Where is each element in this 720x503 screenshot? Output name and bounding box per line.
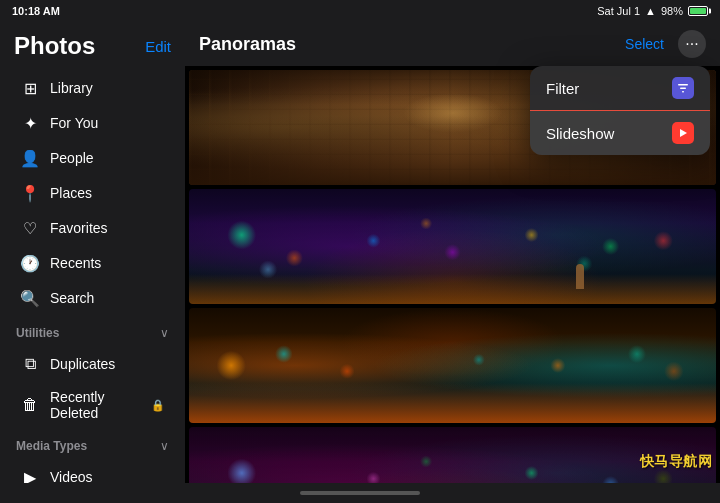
sidebar-item-label: Videos bbox=[50, 469, 93, 483]
top-bar-actions: Select ··· bbox=[625, 30, 706, 58]
filter-label: Filter bbox=[546, 80, 579, 97]
utilities-label: Utilities bbox=[16, 326, 59, 340]
sidebar-item-label: For You bbox=[50, 115, 98, 131]
trash-icon: 🗑 bbox=[20, 395, 40, 415]
status-right: Sat Jul 1 ▲ 98% bbox=[597, 5, 708, 17]
status-date: Sat Jul 1 bbox=[597, 5, 640, 17]
more-options-button[interactable]: ··· bbox=[678, 30, 706, 58]
media-types-section: ▶ Videos 🤳 Selfies ◉ Portrait ⊙ Panorama… bbox=[0, 459, 185, 483]
people-icon: 👤 bbox=[20, 148, 40, 168]
content-title: Panoramas bbox=[199, 34, 625, 55]
sidebar-item-label: People bbox=[50, 150, 94, 166]
lock-icon: 🔒 bbox=[151, 399, 165, 412]
sidebar-item-label: Recents bbox=[50, 255, 101, 271]
panorama-bridge3[interactable] bbox=[189, 427, 716, 483]
app-container: Photos Edit ⊞ Library ✦ For You 👤 People… bbox=[0, 22, 720, 483]
search-icon: 🔍 bbox=[20, 288, 40, 308]
sidebar-item-favorites[interactable]: ♡ Favorites bbox=[6, 211, 179, 245]
sidebar-title: Photos bbox=[14, 32, 95, 60]
svg-marker-3 bbox=[680, 129, 687, 137]
media-types-chevron-icon[interactable]: ∨ bbox=[160, 439, 169, 453]
top-bar: Panoramas Select ··· bbox=[185, 22, 720, 66]
utilities-section: ⧉ Duplicates 🗑 Recently Deleted 🔒 bbox=[0, 346, 185, 429]
edit-button[interactable]: Edit bbox=[145, 38, 171, 55]
sidebar-item-library[interactable]: ⊞ Library bbox=[6, 71, 179, 105]
sidebar-item-recents[interactable]: 🕐 Recents bbox=[6, 246, 179, 280]
svg-rect-1 bbox=[680, 88, 686, 90]
places-icon: 📍 bbox=[20, 183, 40, 203]
main-nav-section: ⊞ Library ✦ For You 👤 People 📍 Places ♡ … bbox=[0, 70, 185, 316]
sidebar-item-label: Duplicates bbox=[50, 356, 115, 372]
for-you-icon: ✦ bbox=[20, 113, 40, 133]
duplicates-icon: ⧉ bbox=[20, 354, 40, 374]
sidebar-header: Photos Edit bbox=[0, 22, 185, 66]
sidebar-item-label: Favorites bbox=[50, 220, 108, 236]
slideshow-icon bbox=[672, 122, 694, 144]
utilities-section-header: Utilities ∨ bbox=[0, 316, 185, 342]
battery-label: 98% bbox=[661, 5, 683, 17]
svg-rect-0 bbox=[678, 84, 688, 86]
sidebar-item-places[interactable]: 📍 Places bbox=[6, 176, 179, 210]
videos-icon: ▶ bbox=[20, 467, 40, 483]
sidebar-item-label: Search bbox=[50, 290, 94, 306]
utilities-chevron-icon[interactable]: ∨ bbox=[160, 326, 169, 340]
favorites-icon: ♡ bbox=[20, 218, 40, 238]
status-time: 10:18 AM bbox=[12, 5, 60, 17]
panorama-bridge1[interactable] bbox=[189, 189, 716, 304]
sidebar-item-duplicates[interactable]: ⧉ Duplicates bbox=[6, 347, 179, 381]
home-indicator-bar bbox=[300, 491, 420, 495]
sidebar-item-recently-deleted[interactable]: 🗑 Recently Deleted 🔒 bbox=[6, 382, 179, 428]
battery-icon bbox=[688, 6, 708, 16]
sidebar-item-for-you[interactable]: ✦ For You bbox=[6, 106, 179, 140]
home-indicator bbox=[0, 483, 720, 503]
dropdown-filter[interactable]: Filter bbox=[530, 66, 710, 111]
slideshow-label: Slideshow bbox=[546, 125, 614, 142]
svg-rect-2 bbox=[682, 91, 684, 93]
select-button[interactable]: Select bbox=[625, 36, 664, 52]
wifi-icon: ▲ bbox=[645, 5, 656, 17]
library-icon: ⊞ bbox=[20, 78, 40, 98]
filter-icon bbox=[672, 77, 694, 99]
media-types-label: Media Types bbox=[16, 439, 87, 453]
media-types-section-header: Media Types ∨ bbox=[0, 429, 185, 455]
sidebar-item-label: Library bbox=[50, 80, 93, 96]
dropdown-menu: Filter Slideshow bbox=[530, 66, 710, 155]
sidebar-item-label: Places bbox=[50, 185, 92, 201]
watermark: 快马导航网 bbox=[640, 453, 713, 471]
status-bar: 10:18 AM Sat Jul 1 ▲ 98% bbox=[0, 0, 720, 22]
main-content: Panoramas Select ··· bbox=[185, 22, 720, 483]
panorama-bridge2[interactable] bbox=[189, 308, 716, 423]
sidebar-item-videos[interactable]: ▶ Videos bbox=[6, 460, 179, 483]
sidebar-item-label: Recently Deleted bbox=[50, 389, 139, 421]
sidebar: Photos Edit ⊞ Library ✦ For You 👤 People… bbox=[0, 22, 185, 483]
recents-icon: 🕐 bbox=[20, 253, 40, 273]
sidebar-item-search[interactable]: 🔍 Search bbox=[6, 281, 179, 315]
sidebar-item-people[interactable]: 👤 People bbox=[6, 141, 179, 175]
dropdown-slideshow[interactable]: Slideshow bbox=[530, 110, 710, 155]
